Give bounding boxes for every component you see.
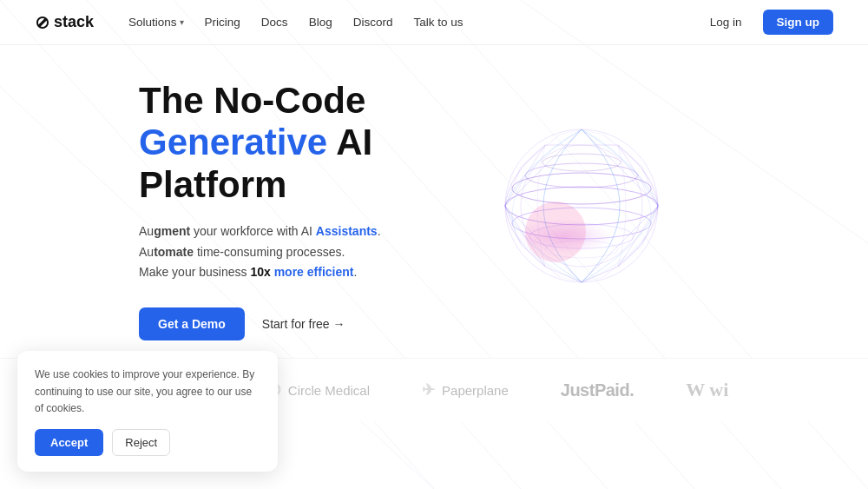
accept-cookies-button[interactable]: Accept <box>35 429 103 456</box>
reject-cookies-button[interactable]: Reject <box>112 429 170 456</box>
nav-talk[interactable]: Talk to us <box>413 16 463 29</box>
hero-buttons: Get a Demo Start for free → <box>139 307 434 340</box>
logo[interactable]: stack <box>35 13 94 31</box>
hero-text: The No-Code Generative AI Platform Augme… <box>139 80 434 340</box>
signup-button[interactable]: Sign up <box>763 10 834 35</box>
logo-circle-medical: ⊙ Circle Medical <box>266 379 370 401</box>
get-demo-button[interactable]: Get a Demo <box>139 307 245 340</box>
nav-auth: Log in Sign up <box>700 10 833 35</box>
paperplane-label: Paperplane <box>442 383 509 398</box>
svg-point-16 <box>542 154 621 171</box>
hero-title: The No-Code Generative AI Platform <box>139 80 434 206</box>
nav-links: Solutions ▾ Pricing Docs Blog Discord Ta… <box>128 16 700 29</box>
cookie-banner: We use cookies to improve your experienc… <box>17 351 278 472</box>
logo-paperplane: ✈ Paperplane <box>422 380 509 400</box>
navbar: stack Solutions ▾ Pricing Docs Blog Disc… <box>0 0 868 45</box>
svg-point-22 <box>525 202 586 262</box>
hero-section: The No-Code Generative AI Platform Augme… <box>0 45 868 358</box>
nav-blog[interactable]: Blog <box>309 16 332 29</box>
logo-justpaid: JustPaid. <box>561 380 634 400</box>
cookie-buttons: Accept Reject <box>35 429 260 456</box>
nav-solutions[interactable]: Solutions ▾ <box>128 16 184 29</box>
sphere-visual <box>469 97 694 323</box>
start-free-button[interactable]: Start for free → <box>262 317 345 331</box>
svg-point-11 <box>512 173 651 204</box>
paperplane-icon: ✈ <box>422 380 435 400</box>
chevron-down-icon: ▾ <box>180 17 184 27</box>
logo-text: stack <box>54 13 94 31</box>
wi-label: W wi <box>686 379 728 401</box>
nav-docs[interactable]: Docs <box>261 16 288 29</box>
svg-point-9 <box>505 129 658 282</box>
hero-visual <box>434 97 729 323</box>
login-button[interactable]: Log in <box>700 10 753 34</box>
justpaid-label: JustPaid. <box>561 380 634 400</box>
cookie-text: We use cookies to improve your experienc… <box>35 367 260 417</box>
nav-pricing[interactable]: Pricing <box>205 16 240 29</box>
circle-medical-label: Circle Medical <box>288 383 370 398</box>
hero-description: Augment your workforce with AI Assistant… <box>139 221 434 283</box>
logo-icon <box>35 15 50 30</box>
hero-title-blue: Generative <box>139 122 327 162</box>
nav-discord[interactable]: Discord <box>353 16 393 29</box>
logo-wi: W wi <box>686 379 728 401</box>
